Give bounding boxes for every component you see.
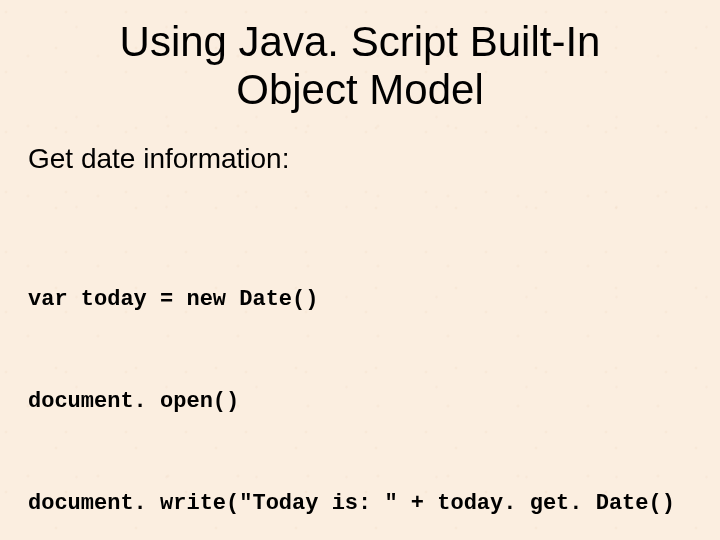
code-line: var today = new Date()	[28, 283, 692, 317]
slide: Using Java. Script Built-In Object Model…	[0, 0, 720, 540]
code-block: var today = new Date() document. open() …	[28, 215, 692, 540]
code-line: document. write("Today is: " + today. ge…	[28, 487, 692, 521]
slide-title: Using Java. Script Built-In Object Model	[28, 18, 692, 115]
title-line-2: Object Model	[236, 66, 483, 113]
title-line-1: Using Java. Script Built-In	[120, 18, 601, 65]
code-line: document. open()	[28, 385, 692, 419]
slide-subhead: Get date information:	[28, 143, 692, 175]
